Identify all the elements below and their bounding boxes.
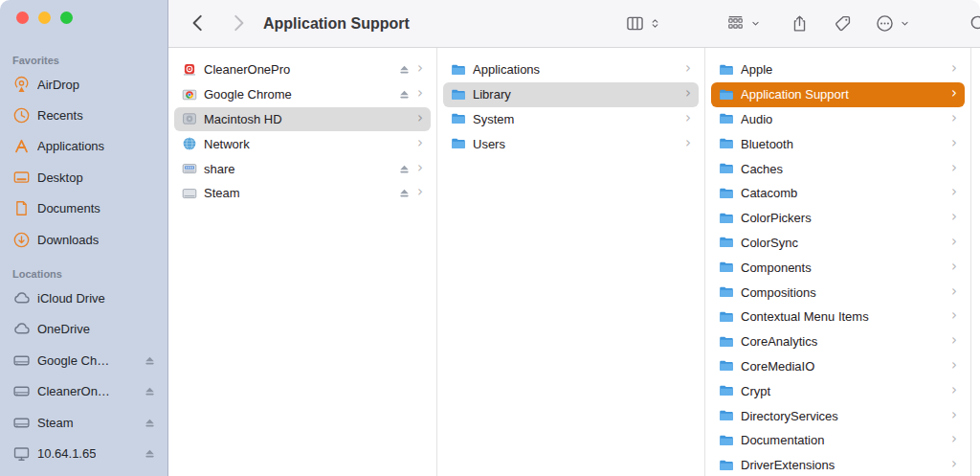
chevron-right-icon: › <box>417 161 423 175</box>
column-row-crypt[interactable]: Crypt › <box>711 378 965 403</box>
back-button[interactable] <box>188 12 209 34</box>
more-actions-button[interactable] <box>875 0 911 47</box>
row-label: Apple <box>741 62 951 77</box>
sidebar-item-network-server[interactable]: 10.64.1.65 <box>0 438 167 468</box>
sidebar-item-desktop[interactable]: Desktop <box>0 162 167 193</box>
sidebar-item-cleaneronepro[interactable]: CleanerOn… <box>0 376 167 407</box>
column-row-apple[interactable]: Apple › <box>711 57 965 82</box>
share-button[interactable] <box>790 0 810 47</box>
eject-icon[interactable] <box>145 355 155 366</box>
sidebar-item-icloud-drive[interactable]: iCloud Drive <box>0 283 167 313</box>
column-row-share[interactable]: share › <box>174 156 431 181</box>
eject-icon[interactable] <box>399 164 410 174</box>
internal-drive-icon <box>182 111 197 126</box>
column-row-bluetooth[interactable]: Bluetooth › <box>711 131 965 156</box>
forward-button[interactable] <box>228 12 249 34</box>
eject-icon[interactable] <box>145 448 155 459</box>
network-display-icon <box>12 444 31 463</box>
chevron-right-icon: › <box>417 111 423 125</box>
search-button[interactable] <box>969 0 980 47</box>
forward-chevron-icon <box>228 12 249 34</box>
column-row-documentation[interactable]: Documentation › <box>711 428 965 453</box>
sidebar-item-onedrive[interactable]: OneDrive <box>0 314 167 345</box>
sidebar-item-label: Applications <box>37 139 104 153</box>
column-row-users[interactable]: Users › <box>443 131 699 156</box>
column-row-components[interactable]: Components › <box>711 255 965 280</box>
downloads-icon <box>12 231 31 249</box>
folder-icon <box>451 111 466 126</box>
chevron-right-icon: › <box>951 61 957 76</box>
row-label: ColorSync <box>741 236 951 250</box>
eject-icon[interactable] <box>145 418 155 428</box>
column-browser: CleanerOnePro › Google Chrome › Macintos… <box>168 48 980 476</box>
external-drive-icon <box>12 414 31 432</box>
column-row-audio[interactable]: Audio › <box>711 107 965 132</box>
sidebar-item-airdrop[interactable]: AirDrop <box>0 69 167 100</box>
column-row-steam[interactable]: Steam › <box>174 181 431 206</box>
external-drive-icon <box>12 351 31 370</box>
chevron-right-icon: › <box>417 86 423 101</box>
sidebar-item-label: iCloud Drive <box>37 291 105 306</box>
folder-icon <box>719 383 734 398</box>
sidebar-item-applications[interactable]: Applications <box>0 131 167 162</box>
tag-button[interactable] <box>833 0 853 47</box>
chevron-right-icon: › <box>417 136 423 150</box>
row-label: DriverExtensions <box>741 458 951 472</box>
row-label: Library <box>473 87 685 102</box>
column-row-google-chrome[interactable]: Google Chrome › <box>174 82 431 107</box>
column-row-colorpickers[interactable]: ColorPickers › <box>711 206 965 231</box>
chevron-right-icon: › <box>951 383 957 397</box>
row-label: Macintosh HD <box>204 112 417 126</box>
column-row-library[interactable]: Library › <box>443 82 699 107</box>
column-row-network[interactable]: Network › <box>174 131 431 156</box>
sidebar-item-label: 10.64.1.65 <box>37 446 96 461</box>
column-row-contextual-menu-items[interactable]: Contextual Menu Items › <box>711 305 965 329</box>
column-row-coreanalytics[interactable]: CoreAnalytics › <box>711 329 965 354</box>
eject-icon[interactable] <box>399 89 410 100</box>
column-row-driverextensions[interactable]: DriverExtensions › <box>711 453 965 476</box>
zoom-window-button[interactable] <box>60 11 73 24</box>
sidebar-item-label: Steam <box>37 416 74 430</box>
column-row-cleaneronepro[interactable]: CleanerOnePro › <box>174 57 431 82</box>
row-label: Catacomb <box>741 186 951 200</box>
column-row-coremediaio[interactable]: CoreMediaIO › <box>711 354 965 379</box>
row-label: Crypt <box>741 384 951 398</box>
row-label: Application Support <box>741 87 951 102</box>
window-title: Application Support <box>263 0 410 47</box>
column-view-button[interactable] <box>625 0 661 47</box>
minimize-window-button[interactable] <box>38 11 51 24</box>
documents-icon <box>12 199 31 217</box>
eject-icon[interactable] <box>399 64 410 75</box>
shared-drive-icon <box>182 161 197 176</box>
sidebar-item-documents[interactable]: Documents <box>0 193 167 224</box>
column-row-directoryservices[interactable]: DirectoryServices › <box>711 403 965 428</box>
column-row-compositions[interactable]: Compositions › <box>711 280 965 305</box>
chevron-right-icon: › <box>951 358 957 373</box>
folder-icon <box>719 408 734 423</box>
folder-icon <box>719 111 734 126</box>
column-row-macintosh-hd[interactable]: Macintosh HD › <box>174 107 431 132</box>
column-row-caches[interactable]: Caches › <box>711 156 965 181</box>
eject-icon[interactable] <box>145 386 155 397</box>
network-globe-icon <box>182 136 197 151</box>
group-by-button[interactable] <box>725 0 762 47</box>
column-row-application-support[interactable]: Application Support › <box>711 82 965 107</box>
toolbar: Application Support <box>168 0 980 48</box>
row-label: DirectoryServices <box>741 409 951 423</box>
column-row-colorsync[interactable]: ColorSync › <box>711 231 965 256</box>
column-row-system[interactable]: System › <box>443 107 699 132</box>
folder-icon <box>719 87 734 102</box>
section-label-locations: Locations <box>12 268 167 280</box>
chevron-right-icon: › <box>685 111 691 125</box>
sidebar-item-google-chrome[interactable]: Google Ch… <box>0 345 167 375</box>
close-window-button[interactable] <box>16 11 29 24</box>
eject-icon[interactable] <box>399 188 410 198</box>
column-row-catacomb[interactable]: Catacomb › <box>711 181 965 206</box>
chevron-right-icon: › <box>685 61 691 76</box>
folder-icon <box>719 334 734 350</box>
sidebar-item-downloads[interactable]: Downloads <box>0 224 167 255</box>
sidebar-item-steam[interactable]: Steam <box>0 407 167 438</box>
sidebar-item-recents[interactable]: Recents <box>0 100 167 130</box>
column-row-applications[interactable]: Applications › <box>443 57 699 82</box>
chevron-right-icon: › <box>951 210 957 224</box>
